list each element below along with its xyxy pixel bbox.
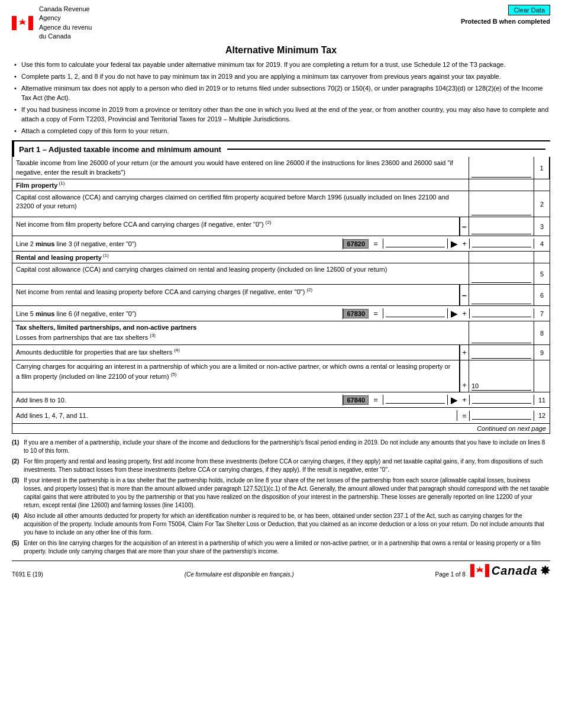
row6-line-num: 6 xyxy=(534,285,550,305)
row10-plus: + xyxy=(460,360,469,392)
canada-wordmark: Canada ✸ xyxy=(470,563,550,578)
svg-rect-1 xyxy=(28,16,33,30)
row3-input[interactable] xyxy=(471,227,531,234)
row7-sub-input xyxy=(383,308,448,318)
footnote-1: (1) If you are a member of a partnership… xyxy=(12,439,550,455)
footer-french-note: (Ce formulaire est disponible en françai… xyxy=(185,571,294,578)
row9-line-num: 9 xyxy=(534,345,550,360)
row1-input[interactable] xyxy=(471,170,531,178)
row12-desc: Add lines 1, 4, 7, and 11. xyxy=(12,410,457,421)
instruction-5: Attach a completed copy of this form to … xyxy=(12,127,550,136)
continued-text: Continued on next page xyxy=(477,425,546,432)
row11-desc: Add lines 8 to 10. xyxy=(12,395,343,405)
row-12: Add lines 1, 4, 7, and 11. = 12 xyxy=(12,408,550,423)
row-3: Net income from film property before CCA… xyxy=(12,217,550,236)
row7-arrow: ▶ xyxy=(448,309,460,318)
row11-result-input[interactable] xyxy=(472,396,531,404)
form-title: Alternative Minimum Tax xyxy=(12,45,550,56)
row4-desc: Line 2 minus line 3 (if negative, enter … xyxy=(12,239,343,249)
protected-label: Protected B when completed xyxy=(461,18,550,25)
row1-line-num: 1 xyxy=(534,157,550,179)
row7-eq: = xyxy=(371,309,380,318)
row4-line-num: 4 xyxy=(534,240,550,247)
row2-input[interactable] xyxy=(471,208,531,215)
row8-input[interactable] xyxy=(471,336,531,343)
protected-section: Clear Data Protected B when completed xyxy=(461,5,550,25)
row10-input-cell: 10 xyxy=(469,360,534,392)
row7-line-num: 7 xyxy=(534,310,550,317)
row7-desc: Line 5 minus line 6 (if negative, enter … xyxy=(12,308,343,319)
row-6: Net income from rental and leasing prope… xyxy=(12,285,550,306)
row12-line-num: 12 xyxy=(534,412,550,419)
row-rental-header: Rental and leasing property (1) xyxy=(12,252,550,263)
row-film-header: Film property (1) xyxy=(12,179,550,191)
row9-input[interactable] xyxy=(471,351,531,359)
footnote-3: (3) If your interest in the partnership … xyxy=(12,476,550,510)
part1-title: Part 1 – Adjusted taxable income and min… xyxy=(19,145,221,154)
row10-input[interactable] xyxy=(471,383,531,391)
row11-plus: + xyxy=(460,395,469,404)
row-4: Line 2 minus line 3 (if negative, enter … xyxy=(12,236,550,252)
row6-input[interactable] xyxy=(471,297,531,304)
page: Canada Revenue Agency Agence du revenu d… xyxy=(0,0,562,728)
row7-result-cell xyxy=(469,308,534,318)
row10-desc: Carrying charges for acquiring an intere… xyxy=(12,360,460,392)
agency-en-line2: Agency xyxy=(39,14,61,21)
row11-eq: = xyxy=(371,395,380,404)
row7-result-input[interactable] xyxy=(472,310,531,317)
clear-data-button[interactable]: Clear Data xyxy=(508,5,550,15)
row2-line-num: 2 xyxy=(534,191,550,217)
row-shelter-header: Tax shelters, limited partnerships, and … xyxy=(12,321,550,345)
row4-arrow: ▶ xyxy=(448,239,460,249)
row9-desc: Amounts deductible for properties that a… xyxy=(12,345,460,360)
rental-header-desc: Rental and leasing property (1) xyxy=(12,252,469,263)
row8-input-cell xyxy=(469,321,534,344)
row1-input-cell xyxy=(469,157,534,179)
agency-text: Canada Revenue Agency Agence du revenu d… xyxy=(39,5,92,41)
agency-fr-line1: Agence du revenu xyxy=(39,24,92,31)
row9-plus: + xyxy=(460,345,469,360)
row-2: Capital cost allowance (CCA) and carryin… xyxy=(12,191,550,217)
row11-arrow: ▶ xyxy=(448,395,460,405)
agency-en-line1: Canada Revenue xyxy=(39,5,90,12)
row-7: Line 5 minus line 6 (if negative, enter … xyxy=(12,306,550,321)
page-footer: T691 E (19) (Ce formulaire est disponibl… xyxy=(12,561,550,578)
row3-operator: – xyxy=(460,217,469,236)
part1-form: Taxable income from line 26000 of your r… xyxy=(12,157,550,434)
footnote-5: (5) Enter on this line carrying charges … xyxy=(12,539,550,556)
row12-eq: = xyxy=(460,411,469,420)
row7-plus: + xyxy=(460,309,469,318)
canada-flag-wordmark-icon xyxy=(470,564,489,577)
row11-sub-input xyxy=(383,395,448,405)
row2-input-cell xyxy=(469,191,534,217)
row12-result-input[interactable] xyxy=(472,412,531,420)
top-bar: Canada Revenue Agency Agence du revenu d… xyxy=(12,5,550,41)
row5-input-cell xyxy=(469,263,534,284)
row-10: Carrying charges for acquiring an intere… xyxy=(12,360,550,392)
footer-right: Page 1 of 8 Canada ✸ xyxy=(435,563,550,578)
row7-code: 67830 xyxy=(343,309,369,318)
svg-rect-4 xyxy=(470,564,474,577)
instruction-4: If you had business income in 2019 from … xyxy=(12,105,550,124)
row5-input[interactable] xyxy=(471,275,531,283)
footnote-2: (2) For film property and rental and lea… xyxy=(12,458,550,474)
row2-desc: Capital cost allowance (CCA) and carryin… xyxy=(12,191,469,217)
row12-result-cell xyxy=(469,411,534,421)
row4-plus: + xyxy=(460,239,469,248)
row4-result-input[interactable] xyxy=(472,240,531,247)
row-5: Capital cost allowance (CCA) and carryin… xyxy=(12,263,550,285)
footer-page-info: Page 1 of 8 xyxy=(435,571,466,578)
row5-desc: Capital cost allowance (CCA) and carryin… xyxy=(12,263,469,284)
row4-sub-input-field[interactable] xyxy=(386,240,445,247)
row-1: Taxable income from line 26000 of your r… xyxy=(12,157,550,179)
row7-sub-input-field[interactable] xyxy=(386,310,445,317)
row4-eq: = xyxy=(371,239,380,248)
instruction-2: Complete parts 1, 2, and 8 if you do not… xyxy=(12,72,550,81)
svg-rect-0 xyxy=(12,16,17,30)
footer-form-code: T691 E (19) xyxy=(12,571,43,578)
row3-desc: Net income from film property before CCA… xyxy=(12,217,460,236)
row3-line-num: 3 xyxy=(534,217,550,236)
row5-line-num: 5 xyxy=(534,263,550,284)
row11-sub-input-field[interactable] xyxy=(386,396,445,404)
instruction-3: Alternative minimum tax does not apply t… xyxy=(12,84,550,102)
